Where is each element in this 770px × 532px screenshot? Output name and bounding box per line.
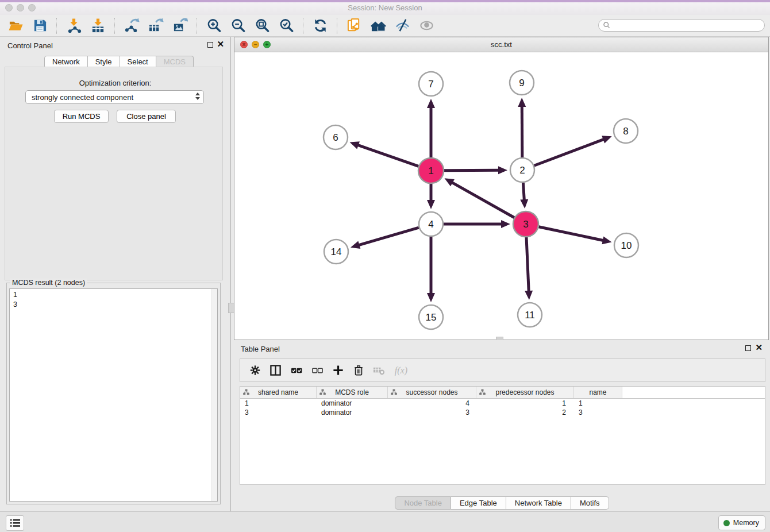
edge-arrowhead [351,241,360,249]
edge-arrowhead [427,293,435,302]
delete-column-icon [353,364,364,376]
node-label: 1 [428,165,433,176]
add-column-button[interactable] [332,364,344,377]
toolbar-separator [114,18,115,34]
network-graph[interactable]: 7968124310141511 [234,52,768,340]
column-header-predecessor-nodes[interactable]: predecessor nodes [476,387,574,398]
tab-node-table[interactable]: Node Table [395,496,451,510]
zoom-selected-button[interactable] [276,17,296,35]
node-table: shared nameMCDS rolesuccessor nodesprede… [240,386,765,485]
graph-edge-3-1[interactable] [452,182,514,218]
table-cell: dominator [317,399,388,408]
column-header-MCDS-role[interactable]: MCDS role [317,387,388,398]
table-cell: 1 [476,399,574,408]
delete-table-icon [373,364,385,376]
graph-edge-2-3[interactable] [523,183,524,201]
table-cell: 3 [388,408,476,417]
node-label: 6 [333,132,338,143]
unselect-all-button[interactable] [311,364,324,377]
apply-layout-icon [313,18,328,33]
mcds-result-text[interactable]: 13 [9,288,218,502]
table-cell: 4 [388,399,476,408]
titlebar-accent-strip [0,0,770,2]
edge-arrowhead [602,236,611,244]
save-session-button[interactable] [30,17,49,35]
column-header-shared-name[interactable]: shared name [240,387,317,398]
column-browser-icon [270,364,282,376]
mcds-result-legend: MCDS result (2 nodes) [10,279,87,287]
open-file-button[interactable] [6,17,25,35]
search-input[interactable] [611,21,764,30]
first-neighbors-button[interactable] [368,17,388,35]
memory-button[interactable]: Memory [718,515,765,530]
table-row[interactable]: 3dominator323 [240,408,765,417]
node-label: 3 [523,219,528,230]
table-tabs: Node TableEdge TableNetwork TableMotifs [234,496,770,510]
search-icon [603,21,611,29]
graph-edge-1-6[interactable] [357,145,419,166]
graph-edge-4-14[interactable] [358,228,418,245]
open-file-icon [8,18,24,33]
application-window: Session: New Session Control Panel ✕ Net… [0,0,770,532]
table-row[interactable]: 1dominator411 [240,399,765,408]
node-label: 2 [519,165,525,176]
zoom-in-icon [206,18,222,33]
float-panel-icon[interactable] [207,42,213,48]
select-all-button[interactable] [290,364,303,377]
column-header-label: successor nodes [406,388,457,396]
task-history-button[interactable] [6,515,24,531]
function-builder-icon: f(x) [394,364,411,376]
delete-column-button[interactable] [353,364,364,377]
graph-edge-1-2[interactable] [444,170,499,171]
tab-network-table[interactable]: Network Table [506,496,571,510]
table-close-panel-icon[interactable]: ✕ [755,343,763,352]
column-header-name[interactable]: name [574,387,622,398]
show-all-button[interactable] [417,17,436,35]
tree-icon [243,389,249,395]
node-label: 15 [426,312,437,323]
zoom-fit-icon [255,18,270,33]
first-neighbors-icon [371,18,386,33]
run-mcds-button[interactable]: Run MCDS [54,110,109,123]
zoom-fit-button[interactable] [252,17,272,35]
export-network-button[interactable] [122,17,141,35]
table-float-panel-icon[interactable] [745,345,751,351]
node-label: 10 [621,240,632,251]
import-network-button[interactable] [64,17,83,35]
mcds-result-groupbox: MCDS result (2 nodes) 13 [6,283,221,504]
svg-text:f(x): f(x) [395,365,408,376]
apply-layout-button[interactable] [310,17,330,35]
export-table-button[interactable] [146,17,165,35]
gear-icon [249,364,261,376]
graph-edge-3-10[interactable] [539,227,604,241]
result-scrollbar[interactable] [211,289,217,501]
toolbar-separator [197,18,197,34]
import-table-button[interactable] [88,17,107,35]
close-panel-icon[interactable]: ✕ [217,40,224,49]
list-icon [10,518,21,528]
network-window-titlebar: × – + scc.txt [234,37,768,52]
control-panel: Control Panel ✕ NetworkStyleSelectMCDS O… [0,37,231,511]
graph-edge-2-9[interactable] [522,106,522,157]
column-header-successor-nodes[interactable]: successor nodes [388,387,476,398]
search-field[interactable] [598,19,765,32]
graph-edge-2-8[interactable] [534,139,605,165]
tab-edge-table[interactable]: Edge Table [451,496,506,510]
close-panel-button[interactable]: Close panel [117,110,176,123]
memory-label: Memory [733,519,759,527]
edge-arrowhead [501,220,510,228]
graph-edge-3-11[interactable] [526,237,529,292]
zoom-in-button[interactable] [204,17,224,35]
new-network-from-selection-button[interactable] [344,17,364,35]
optimization-criterion-dropdown[interactable]: strongly connected component [25,90,204,104]
tab-motifs[interactable]: Motifs [571,496,609,510]
export-image-button[interactable] [170,17,190,35]
hide-selected-button[interactable] [392,17,412,35]
column-header-label: shared name [258,388,298,396]
edge-arrowhead [427,99,435,108]
gear-button[interactable] [249,364,261,377]
titlebar: Session: New Session [0,0,770,16]
column-browser-button[interactable] [270,364,282,377]
zoom-out-button[interactable] [228,17,248,35]
hide-selected-icon [395,18,410,33]
